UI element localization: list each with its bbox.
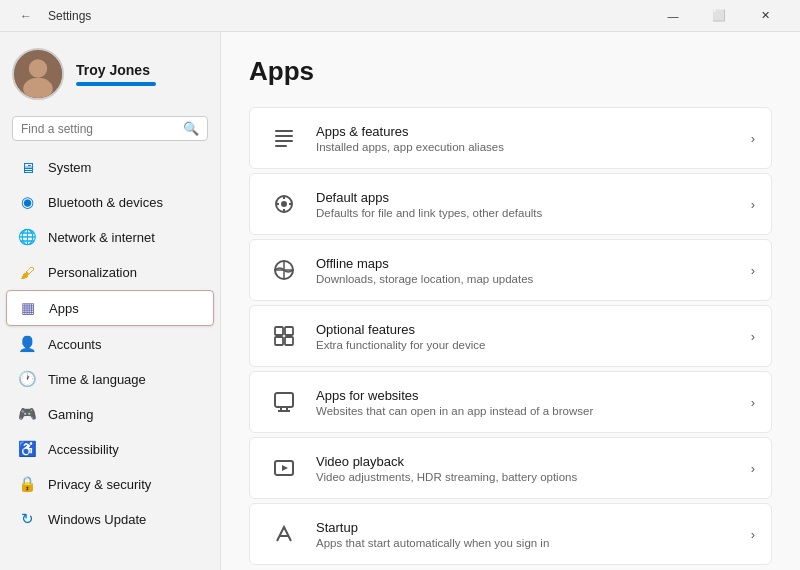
bluetooth-icon: ◉ <box>18 193 36 211</box>
optional-features-icon <box>266 318 302 354</box>
sidebar-item-system[interactable]: 🖥 System <box>6 150 214 184</box>
video-playback-icon <box>266 450 302 486</box>
settings-item-apps-websites[interactable]: Apps for websites Websites that can open… <box>249 371 772 433</box>
search-input[interactable] <box>21 122 177 136</box>
settings-item-desc: Apps that start automatically when you s… <box>316 537 751 549</box>
apps-icon: ▦ <box>19 299 37 317</box>
settings-item-default-apps[interactable]: Default apps Defaults for file and link … <box>249 173 772 235</box>
sidebar-item-bluetooth[interactable]: ◉ Bluetooth & devices <box>6 185 214 219</box>
svg-point-8 <box>281 201 287 207</box>
sidebar: Troy Jones 🔍 🖥 System ◉ Bluetooth & devi… <box>0 32 220 570</box>
user-name: Troy Jones <box>76 62 156 78</box>
sidebar-item-label: Apps <box>49 301 79 316</box>
sidebar-item-label: System <box>48 160 91 175</box>
settings-item-title: Apps & features <box>316 124 751 139</box>
window-controls: — ⬜ ✕ <box>650 0 788 32</box>
sidebar-item-network[interactable]: 🌐 Network & internet <box>6 220 214 254</box>
personalization-icon: 🖌 <box>18 263 36 281</box>
search-box[interactable]: 🔍 <box>12 116 208 141</box>
svg-rect-20 <box>275 393 293 407</box>
svg-rect-17 <box>285 327 293 335</box>
sidebar-item-accessibility[interactable]: ♿ Accessibility <box>6 432 214 466</box>
user-info: Troy Jones <box>76 62 156 86</box>
settings-item-text: Apps & features Installed apps, app exec… <box>316 124 751 153</box>
svg-rect-19 <box>285 337 293 345</box>
minimize-button[interactable]: — <box>650 0 696 32</box>
settings-item-title: Video playback <box>316 454 751 469</box>
svg-rect-5 <box>275 140 293 142</box>
avatar <box>12 48 64 100</box>
sidebar-item-label: Personalization <box>48 265 137 280</box>
settings-item-offline-maps[interactable]: Offline maps Downloads, storage location… <box>249 239 772 301</box>
app-body: Troy Jones 🔍 🖥 System ◉ Bluetooth & devi… <box>0 32 800 570</box>
user-section[interactable]: Troy Jones <box>0 32 220 112</box>
close-button[interactable]: ✕ <box>742 0 788 32</box>
accessibility-icon: ♿ <box>18 440 36 458</box>
svg-point-1 <box>29 59 47 77</box>
update-icon: ↻ <box>18 510 36 528</box>
settings-item-desc: Video adjustments, HDR streaming, batter… <box>316 471 751 483</box>
nav-list: 🖥 System ◉ Bluetooth & devices 🌐 Network… <box>0 149 220 537</box>
settings-item-text: Video playback Video adjustments, HDR st… <box>316 454 751 483</box>
svg-rect-4 <box>275 135 293 137</box>
sidebar-item-label: Time & language <box>48 372 146 387</box>
apps-features-icon <box>266 120 302 156</box>
sidebar-item-label: Accounts <box>48 337 101 352</box>
settings-item-startup[interactable]: Startup Apps that start automatically wh… <box>249 503 772 565</box>
chevron-right-icon: › <box>751 527 755 542</box>
settings-item-text: Offline maps Downloads, storage location… <box>316 256 751 285</box>
settings-item-title: Offline maps <box>316 256 751 271</box>
settings-item-text: Default apps Defaults for file and link … <box>316 190 751 219</box>
svg-point-2 <box>23 78 53 100</box>
default-apps-icon <box>266 186 302 222</box>
settings-item-title: Optional features <box>316 322 751 337</box>
settings-list: Apps & features Installed apps, app exec… <box>249 107 772 565</box>
sidebar-item-label: Gaming <box>48 407 94 422</box>
startup-icon <box>266 516 302 552</box>
maximize-button[interactable]: ⬜ <box>696 0 742 32</box>
settings-item-text: Startup Apps that start automatically wh… <box>316 520 751 549</box>
svg-marker-23 <box>282 465 288 471</box>
chevron-right-icon: › <box>751 461 755 476</box>
page-title: Apps <box>249 56 772 87</box>
settings-item-title: Startup <box>316 520 751 535</box>
svg-rect-3 <box>275 130 293 132</box>
svg-rect-18 <box>275 337 283 345</box>
sidebar-item-time[interactable]: 🕐 Time & language <box>6 362 214 396</box>
svg-rect-16 <box>275 327 283 335</box>
sidebar-item-personalization[interactable]: 🖌 Personalization <box>6 255 214 289</box>
sidebar-item-accounts[interactable]: 👤 Accounts <box>6 327 214 361</box>
settings-item-optional-features[interactable]: Optional features Extra functionality fo… <box>249 305 772 367</box>
accounts-icon: 👤 <box>18 335 36 353</box>
offline-maps-icon <box>266 252 302 288</box>
chevron-right-icon: › <box>751 329 755 344</box>
sidebar-item-privacy[interactable]: 🔒 Privacy & security <box>6 467 214 501</box>
system-icon: 🖥 <box>18 158 36 176</box>
sidebar-item-apps[interactable]: ▦ Apps <box>6 290 214 326</box>
chevron-right-icon: › <box>751 131 755 146</box>
title-bar: ← Settings — ⬜ ✕ <box>0 0 800 32</box>
settings-item-text: Apps for websites Websites that can open… <box>316 388 751 417</box>
settings-item-apps-features[interactable]: Apps & features Installed apps, app exec… <box>249 107 772 169</box>
settings-item-video-playback[interactable]: Video playback Video adjustments, HDR st… <box>249 437 772 499</box>
settings-item-desc: Downloads, storage location, map updates <box>316 273 751 285</box>
gaming-icon: 🎮 <box>18 405 36 423</box>
settings-item-desc: Extra functionality for your device <box>316 339 751 351</box>
search-icon[interactable]: 🔍 <box>183 121 199 136</box>
back-button[interactable]: ← <box>12 2 40 30</box>
network-icon: 🌐 <box>18 228 36 246</box>
settings-item-desc: Websites that can open in an app instead… <box>316 405 751 417</box>
apps-websites-icon <box>266 384 302 420</box>
sidebar-item-update[interactable]: ↻ Windows Update <box>6 502 214 536</box>
time-icon: 🕐 <box>18 370 36 388</box>
settings-item-title: Default apps <box>316 190 751 205</box>
title-bar-text: Settings <box>48 9 642 23</box>
main-content: Apps Apps & features Installed apps, app… <box>220 32 800 570</box>
settings-item-desc: Defaults for file and link types, other … <box>316 207 751 219</box>
settings-item-text: Optional features Extra functionality fo… <box>316 322 751 351</box>
privacy-icon: 🔒 <box>18 475 36 493</box>
chevron-right-icon: › <box>751 197 755 212</box>
settings-item-desc: Installed apps, app execution aliases <box>316 141 751 153</box>
chevron-right-icon: › <box>751 263 755 278</box>
sidebar-item-gaming[interactable]: 🎮 Gaming <box>6 397 214 431</box>
